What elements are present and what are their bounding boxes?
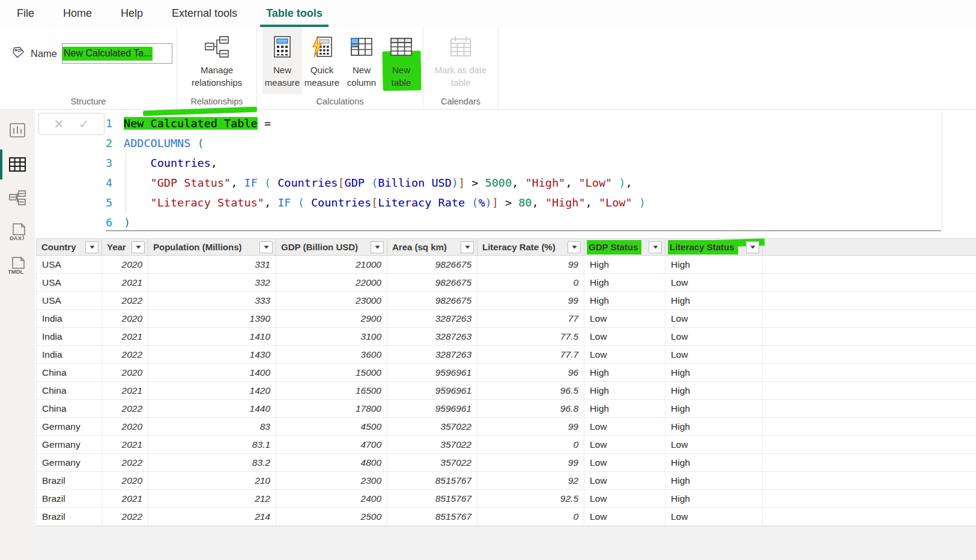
cell-gdp-billion-usd: 23000 — [276, 292, 387, 309]
column-header-gdp-billion-usd[interactable]: GDP (Billion USD) — [276, 239, 387, 255]
cell-gdp-status: Low — [584, 472, 665, 489]
new-column-button[interactable]: Newcolumn — [342, 27, 381, 94]
cell-year: 2020 — [102, 256, 148, 273]
line-number: 4 — [106, 173, 120, 193]
tab-file[interactable]: File — [2, 0, 49, 27]
column-header-country[interactable]: Country — [36, 239, 102, 255]
new-table-button[interactable]: Newtable — [381, 27, 421, 94]
cell-gdp-status: Low — [584, 454, 665, 471]
tag-icon — [11, 45, 26, 62]
column-header-year[interactable]: Year — [102, 239, 148, 255]
table-name-input[interactable]: New Calculated Ta... — [62, 43, 172, 64]
code-text: "Literacy Status", IF ( Countries[Litera… — [120, 193, 646, 212]
tab-home[interactable]: Home — [49, 0, 106, 27]
cell-literacy-status: Low — [665, 436, 763, 453]
column-filter-dropdown[interactable] — [461, 241, 474, 253]
cell-literacy-rate: 0 — [477, 436, 584, 453]
cell-year: 2022 — [102, 346, 148, 363]
column-filter-dropdown[interactable] — [259, 241, 273, 253]
manage-relationships-button[interactable]: Manage relationships — [181, 27, 253, 94]
cell-population-millions: 1430 — [148, 346, 276, 363]
cell-literacy-rate: 0 — [477, 508, 584, 525]
dax-code-editor[interactable]: 1New Calculated Table =2ADDCOLUMNS (3 Co… — [106, 111, 941, 231]
tab-help[interactable]: Help — [106, 0, 157, 27]
column-header-literacy-rate[interactable]: Literacy Rate (%) — [477, 239, 584, 255]
cell-area-sq-km: 8515767 — [387, 508, 477, 525]
cell-year: 2022 — [102, 292, 148, 309]
column-filter-dropdown[interactable] — [371, 241, 384, 253]
cell-country: Germany — [36, 436, 102, 453]
code-text: ADDCOLUMNS ( — [120, 133, 204, 153]
tab-external-tools[interactable]: External tools — [157, 0, 252, 27]
new-column-icon — [350, 32, 374, 61]
dax-code-line-5: 5 "Literacy Status", IF ( Countries[Lite… — [106, 193, 941, 212]
ribbon-tab-bar: File Home Help External tools Table tool… — [0, 0, 976, 27]
cell-population-millions: 1400 — [148, 364, 276, 381]
cell-country: Germany — [36, 418, 102, 435]
cell-gdp-status: High — [584, 274, 665, 291]
cell-literacy-rate: 96.8 — [477, 400, 584, 417]
dax-query-view-icon[interactable]: DAX — [0, 218, 35, 245]
cell-population-millions: 83.2 — [148, 454, 276, 471]
tab-table-tools[interactable]: Table tools — [252, 0, 337, 27]
table-row: India202013902900328726377LowLow — [36, 310, 976, 328]
column-filter-dropdown[interactable] — [568, 241, 581, 253]
cell-literacy-status: Low — [665, 328, 763, 345]
dax-code-line-1: 1New Calculated Table = — [106, 113, 941, 133]
table-row: Brazil20212122400851576792.5LowHigh — [36, 490, 976, 508]
cell-population-millions: 210 — [148, 472, 276, 489]
cell-country: China — [36, 400, 102, 417]
cell-area-sq-km: 9596961 — [387, 400, 477, 417]
column-filter-dropdown[interactable] — [746, 241, 759, 253]
column-filter-dropdown[interactable] — [649, 241, 662, 253]
calendar-icon — [448, 32, 473, 61]
data-view-icon[interactable] — [0, 151, 35, 178]
cell-year: 2022 — [102, 454, 148, 471]
table-name-value: New Calculated Ta... — [62, 47, 153, 61]
svg-text:DAX: DAX — [10, 235, 22, 241]
code-text: Countries, — [120, 153, 217, 173]
cell-literacy-rate: 92 — [477, 472, 584, 489]
column-header-label: Population (Millions) — [153, 242, 241, 252]
cell-gdp-billion-usd: 2300 — [276, 472, 387, 489]
cell-country: India — [36, 310, 102, 327]
cell-gdp-billion-usd: 15000 — [276, 364, 387, 381]
column-filter-dropdown[interactable] — [85, 241, 99, 253]
model-view-icon[interactable] — [0, 185, 35, 211]
cell-literacy-status: High — [665, 292, 763, 309]
new-measure-button[interactable]: Newmeasure — [262, 27, 302, 94]
quick-measure-label: Quickmeasure — [305, 64, 339, 89]
cell-gdp-status: High — [584, 256, 665, 273]
cell-population-millions: 1420 — [148, 382, 276, 399]
cell-gdp-billion-usd: 2500 — [276, 508, 387, 525]
line-number: 2 — [106, 133, 120, 153]
table-row: Germany202283.2480035702299LowHigh — [36, 454, 976, 472]
code-text: New Calculated Table = — [120, 113, 271, 133]
mark-as-date-table-button[interactable]: Mark as datetable — [428, 27, 494, 94]
column-header-label: GDP Status — [587, 240, 641, 254]
column-filter-dropdown[interactable] — [132, 241, 145, 253]
cell-country: Brazil — [36, 472, 102, 489]
table-row: USA202233323000982667599HighHigh — [36, 292, 976, 310]
cell-area-sq-km: 9596961 — [387, 364, 477, 381]
table-row: Germany202083450035702299LowHigh — [36, 418, 976, 436]
cell-literacy-rate: 77.7 — [477, 346, 584, 363]
column-header-area-sq-km[interactable]: Area (sq km) — [387, 239, 477, 255]
column-header-population-millions[interactable]: Population (Millions) — [148, 239, 276, 255]
report-view-icon[interactable] — [0, 118, 35, 144]
table-row: India202214303600328726377.7LowLow — [36, 346, 976, 364]
ribbon-group-structure: Name New Calculated Ta... Structure — [0, 27, 177, 109]
table-row: USA20213322200098266750HighLow — [36, 274, 976, 292]
manage-relationships-icon — [204, 32, 230, 61]
quick-measure-button[interactable]: Quickmeasure — [302, 27, 342, 94]
cell-area-sq-km: 9596961 — [387, 382, 477, 399]
cell-literacy-status: Low — [665, 274, 763, 291]
column-header-gdp-status[interactable]: GDP Status — [584, 239, 665, 255]
formula-commit-box: ✕ ✓ — [38, 113, 105, 135]
cancel-formula-icon[interactable]: ✕ — [53, 118, 64, 130]
mark-as-date-table-label: Mark as datetable — [435, 64, 487, 89]
new-measure-icon — [271, 32, 293, 61]
column-header-literacy-status[interactable]: Literacy Status — [665, 239, 763, 255]
commit-formula-icon[interactable]: ✓ — [79, 118, 89, 130]
tmdl-view-icon[interactable]: TMDL — [0, 252, 35, 278]
